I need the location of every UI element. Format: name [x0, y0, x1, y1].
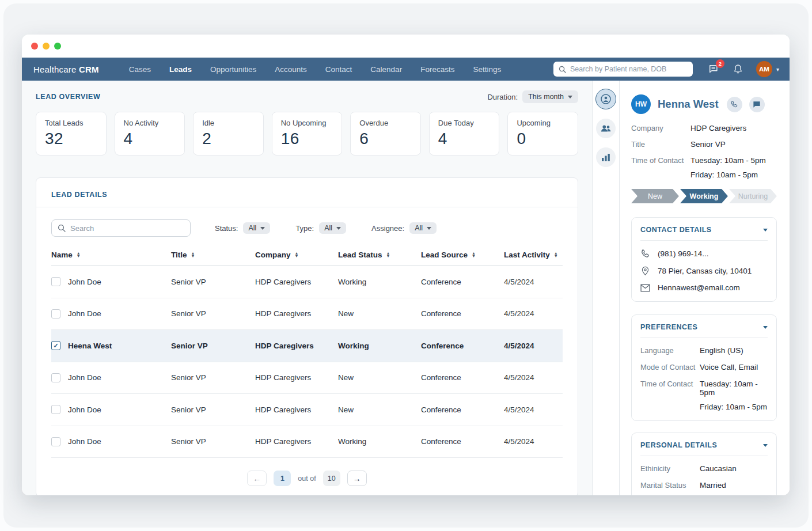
contact-address: 78 Pier, Cansas city, 10401 — [640, 266, 768, 276]
assignee-filter-select[interactable]: All — [409, 222, 437, 234]
chat-button[interactable] — [749, 97, 765, 112]
table-row-selected[interactable]: ✓Heena West Senior VP HDP Caregivers Wor… — [51, 330, 563, 362]
nav-item-leads[interactable]: Leads — [169, 65, 192, 74]
filter-type: Type: All — [295, 222, 346, 234]
envelope-icon — [640, 284, 650, 292]
field-title: Title Senior VP — [631, 140, 777, 149]
profile-avatar: HW — [631, 94, 651, 114]
row-checkbox-checked[interactable]: ✓ — [51, 341, 60, 350]
chevron-down-icon — [763, 444, 768, 447]
personal-marital-status: Marital Status Married — [640, 481, 768, 490]
window-zoom-button[interactable] — [54, 43, 61, 50]
column-header-company[interactable]: Company▲▼ — [255, 251, 338, 259]
chevron-down-icon — [763, 229, 768, 232]
call-button[interactable] — [727, 97, 742, 112]
stage-new[interactable]: New — [631, 189, 679, 203]
row-checkbox[interactable] — [51, 309, 60, 318]
user-menu[interactable]: AM ▾ — [756, 61, 779, 77]
stat-card-total-leads[interactable]: Total Leads 32 — [36, 112, 107, 155]
table-row[interactable]: John Doe Senior VP HDP Caregivers Workin… — [51, 426, 563, 458]
row-checkbox[interactable] — [51, 373, 60, 382]
pagination: ← 1 out of 10 → — [51, 471, 563, 486]
window-titlebar — [22, 35, 790, 58]
duration-label: Duration: — [487, 93, 518, 101]
table-row[interactable]: John Doe Senior VP HDP Caregivers New Co… — [51, 394, 563, 426]
profile-tab-icon[interactable] — [595, 89, 616, 109]
navbar-actions: 2 AM ▾ — [708, 61, 779, 77]
table-row[interactable]: John Doe Senior VP HDP Caregivers New Co… — [51, 298, 563, 331]
table-search-input[interactable] — [70, 224, 184, 233]
pagination-separator: out of — [298, 475, 316, 483]
pagination-prev-button[interactable]: ← — [247, 471, 267, 486]
table-row[interactable]: John Doe Senior VP HDP Caregivers Workin… — [51, 266, 563, 298]
duration-select[interactable]: This month — [522, 90, 578, 103]
contact-details-card: CONTACT DETAILS (981) 969-14... 78 Pier,… — [631, 217, 777, 302]
chevron-down-icon — [763, 326, 768, 329]
stage-working[interactable]: Working — [680, 189, 728, 203]
nav-item-calendar[interactable]: Calendar — [370, 65, 402, 74]
stat-card-no-upcoming[interactable]: No Upcoming 16 — [272, 112, 343, 155]
nav-item-cases[interactable]: Cases — [129, 65, 151, 74]
sort-icon: ▲▼ — [191, 252, 195, 257]
search-icon — [559, 66, 566, 73]
column-header-lead-source[interactable]: Lead Source▲▼ — [421, 251, 504, 259]
personal-ethnicity: Ethinicity Caucasian — [640, 464, 768, 473]
column-header-last-activity[interactable]: Last Activity▲▼ — [504, 251, 563, 259]
stat-card-idle[interactable]: Idle 2 — [193, 112, 264, 155]
stat-card-overdue[interactable]: Overdue 6 — [350, 112, 421, 155]
user-avatar: AM — [756, 61, 772, 77]
pagination-current-page[interactable]: 1 — [274, 471, 291, 486]
column-header-title[interactable]: Title▲▼ — [171, 251, 255, 259]
preferences-header[interactable]: PREFERENCES — [640, 323, 768, 331]
notifications-bell-icon[interactable] — [732, 63, 745, 75]
personal-details-header[interactable]: PERSONAL DETAILS — [640, 441, 768, 449]
lead-overview-title: LEAD OVERVIEW — [36, 93, 100, 101]
column-header-lead-status[interactable]: Lead Status▲▼ — [338, 251, 421, 259]
lead-details-card: LEAD DETAILS Status: All — [36, 177, 578, 495]
window-close-button[interactable] — [31, 43, 38, 50]
column-header-name[interactable]: Name▲▼ — [51, 251, 171, 259]
nav-item-accounts[interactable]: Accounts — [275, 65, 307, 74]
nav-item-contact[interactable]: Contact — [325, 65, 352, 74]
stage-nurturing[interactable]: Nurturing — [729, 189, 777, 203]
row-checkbox[interactable] — [51, 405, 60, 414]
pagination-next-button[interactable]: → — [347, 471, 367, 486]
type-filter-select[interactable]: All — [319, 222, 346, 234]
row-checkbox[interactable] — [51, 437, 60, 446]
stat-card-no-activity[interactable]: No Activity 4 — [115, 112, 185, 155]
chevron-down-icon — [336, 227, 341, 230]
chevron-down-icon — [568, 96, 572, 98]
location-pin-icon — [640, 266, 650, 276]
people-tab-icon[interactable] — [596, 119, 616, 138]
chevron-down-icon: ▾ — [776, 66, 779, 73]
status-filter-select[interactable]: All — [243, 222, 270, 234]
table-row[interactable]: John Doe Senior VP HDP Caregivers New Co… — [51, 362, 563, 395]
global-search-input[interactable] — [570, 65, 688, 73]
chevron-down-icon — [427, 227, 431, 230]
sort-icon: ▲▼ — [295, 252, 299, 257]
stat-card-upcoming[interactable]: Upcoming 0 — [507, 112, 578, 155]
row-checkbox[interactable] — [51, 277, 60, 286]
messages-icon[interactable]: 2 — [708, 63, 720, 75]
personal-details-card: PERSONAL DETAILS Ethinicity Caucasian Ma… — [631, 433, 777, 495]
preference-language: Language English (US) — [640, 346, 768, 355]
contact-details-header[interactable]: CONTACT DETAILS — [640, 226, 768, 234]
overview-stat-cards: Total Leads 32 No Activity 4 Idle 2 No U… — [36, 112, 578, 155]
bar-chart-tab-icon[interactable] — [596, 147, 616, 167]
chevron-down-icon — [260, 227, 265, 230]
app-logo: Healthcare CRM — [33, 65, 99, 74]
preference-time-of-contact: Time of Contact Tuesday: 10am - 5pmFrida… — [640, 380, 768, 411]
phone-icon — [640, 249, 650, 259]
preference-mode-of-contact: Mode of Contact Voice Call, Email — [640, 363, 768, 371]
leads-table: Name▲▼ Title▲▼ Company▲▼ Lead Status▲▼ L… — [51, 251, 563, 458]
window-minimize-button[interactable] — [43, 43, 50, 50]
nav-item-settings[interactable]: Settings — [473, 65, 501, 74]
nav-item-forecasts[interactable]: Forecasts — [420, 65, 454, 74]
app-window: Healthcare CRM Cases Leads Opportunities… — [22, 35, 790, 495]
nav-item-opportunities[interactable]: Opportunities — [210, 65, 256, 74]
sort-icon: ▲▼ — [77, 252, 81, 257]
sort-icon: ▲▼ — [554, 252, 558, 257]
table-header: Name▲▼ Title▲▼ Company▲▼ Lead Status▲▼ L… — [51, 251, 563, 266]
pagination-total-pages: 10 — [323, 471, 340, 486]
stat-card-due-today[interactable]: Due Today 4 — [429, 112, 500, 155]
